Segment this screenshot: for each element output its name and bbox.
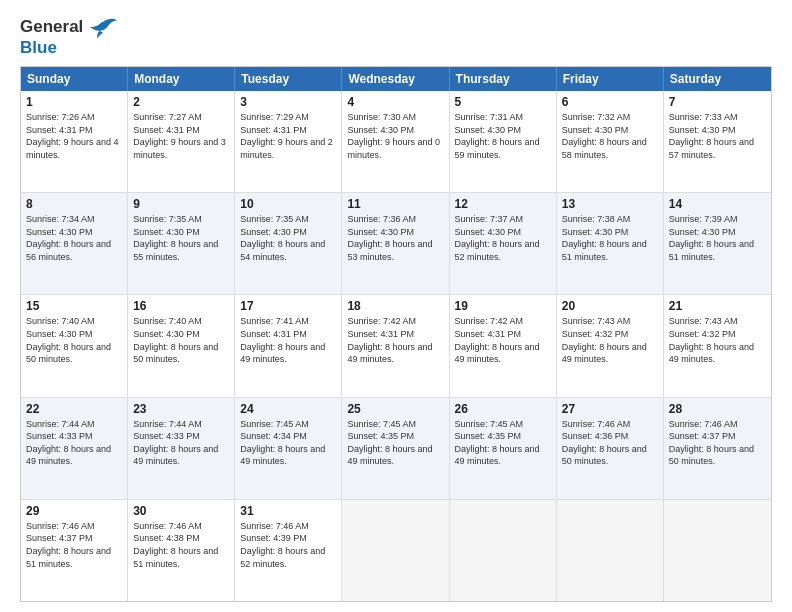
day-info: Sunrise: 7:42 AMSunset: 4:31 PMDaylight:… [455,315,551,365]
day-number: 14 [669,197,766,211]
day-info: Sunrise: 7:46 AMSunset: 4:37 PMDaylight:… [26,520,122,570]
day-number: 5 [455,95,551,109]
day-number: 18 [347,299,443,313]
day-number: 7 [669,95,766,109]
day-number: 9 [133,197,229,211]
day-number: 22 [26,402,122,416]
calendar-cell: 21Sunrise: 7:43 AMSunset: 4:32 PMDayligh… [664,295,771,396]
calendar-header-cell: Wednesday [342,67,449,91]
day-info: Sunrise: 7:46 AMSunset: 4:37 PMDaylight:… [669,418,766,468]
calendar-header-cell: Sunday [21,67,128,91]
calendar-cell: 24Sunrise: 7:45 AMSunset: 4:34 PMDayligh… [235,398,342,499]
day-info: Sunrise: 7:35 AMSunset: 4:30 PMDaylight:… [240,213,336,263]
day-info: Sunrise: 7:44 AMSunset: 4:33 PMDaylight:… [133,418,229,468]
day-number: 10 [240,197,336,211]
day-number: 30 [133,504,229,518]
calendar-cell: 9Sunrise: 7:35 AMSunset: 4:30 PMDaylight… [128,193,235,294]
day-info: Sunrise: 7:46 AMSunset: 4:38 PMDaylight:… [133,520,229,570]
calendar-cell: 20Sunrise: 7:43 AMSunset: 4:32 PMDayligh… [557,295,664,396]
page-header: General Blue [20,16,772,58]
calendar-header-cell: Friday [557,67,664,91]
day-info: Sunrise: 7:45 AMSunset: 4:34 PMDaylight:… [240,418,336,468]
calendar-cell: 8Sunrise: 7:34 AMSunset: 4:30 PMDaylight… [21,193,128,294]
day-info: Sunrise: 7:41 AMSunset: 4:31 PMDaylight:… [240,315,336,365]
calendar-cell: 19Sunrise: 7:42 AMSunset: 4:31 PMDayligh… [450,295,557,396]
calendar-header-cell: Saturday [664,67,771,91]
day-info: Sunrise: 7:34 AMSunset: 4:30 PMDaylight:… [26,213,122,263]
day-info: Sunrise: 7:42 AMSunset: 4:31 PMDaylight:… [347,315,443,365]
day-number: 16 [133,299,229,313]
calendar-cell: 15Sunrise: 7:40 AMSunset: 4:30 PMDayligh… [21,295,128,396]
day-info: Sunrise: 7:45 AMSunset: 4:35 PMDaylight:… [455,418,551,468]
calendar-cell: 12Sunrise: 7:37 AMSunset: 4:30 PMDayligh… [450,193,557,294]
day-info: Sunrise: 7:46 AMSunset: 4:39 PMDaylight:… [240,520,336,570]
day-info: Sunrise: 7:31 AMSunset: 4:30 PMDaylight:… [455,111,551,161]
calendar-row: 1Sunrise: 7:26 AMSunset: 4:31 PMDaylight… [21,91,771,193]
day-number: 27 [562,402,658,416]
day-number: 3 [240,95,336,109]
day-number: 11 [347,197,443,211]
calendar-cell: 1Sunrise: 7:26 AMSunset: 4:31 PMDaylight… [21,91,128,192]
day-info: Sunrise: 7:29 AMSunset: 4:31 PMDaylight:… [240,111,336,161]
calendar-cell: 7Sunrise: 7:33 AMSunset: 4:30 PMDaylight… [664,91,771,192]
day-number: 12 [455,197,551,211]
day-info: Sunrise: 7:35 AMSunset: 4:30 PMDaylight:… [133,213,229,263]
calendar-cell-empty [557,500,664,601]
calendar-cell: 4Sunrise: 7:30 AMSunset: 4:30 PMDaylight… [342,91,449,192]
calendar: SundayMondayTuesdayWednesdayThursdayFrid… [20,66,772,602]
day-info: Sunrise: 7:40 AMSunset: 4:30 PMDaylight:… [133,315,229,365]
calendar-row: 8Sunrise: 7:34 AMSunset: 4:30 PMDaylight… [21,193,771,295]
calendar-row: 29Sunrise: 7:46 AMSunset: 4:37 PMDayligh… [21,500,771,601]
calendar-cell: 5Sunrise: 7:31 AMSunset: 4:30 PMDaylight… [450,91,557,192]
calendar-cell-empty [664,500,771,601]
logo-bird-icon [90,16,118,40]
calendar-cell: 22Sunrise: 7:44 AMSunset: 4:33 PMDayligh… [21,398,128,499]
day-number: 26 [455,402,551,416]
calendar-cell: 26Sunrise: 7:45 AMSunset: 4:35 PMDayligh… [450,398,557,499]
calendar-body: 1Sunrise: 7:26 AMSunset: 4:31 PMDaylight… [21,91,771,601]
calendar-cell-empty [450,500,557,601]
day-info: Sunrise: 7:43 AMSunset: 4:32 PMDaylight:… [562,315,658,365]
day-info: Sunrise: 7:43 AMSunset: 4:32 PMDaylight:… [669,315,766,365]
day-info: Sunrise: 7:32 AMSunset: 4:30 PMDaylight:… [562,111,658,161]
calendar-cell: 14Sunrise: 7:39 AMSunset: 4:30 PMDayligh… [664,193,771,294]
day-info: Sunrise: 7:40 AMSunset: 4:30 PMDaylight:… [26,315,122,365]
day-number: 4 [347,95,443,109]
calendar-cell-empty [342,500,449,601]
day-info: Sunrise: 7:46 AMSunset: 4:36 PMDaylight:… [562,418,658,468]
calendar-cell: 11Sunrise: 7:36 AMSunset: 4:30 PMDayligh… [342,193,449,294]
calendar-header-cell: Thursday [450,67,557,91]
day-info: Sunrise: 7:39 AMSunset: 4:30 PMDaylight:… [669,213,766,263]
day-number: 24 [240,402,336,416]
calendar-cell: 28Sunrise: 7:46 AMSunset: 4:37 PMDayligh… [664,398,771,499]
day-number: 8 [26,197,122,211]
day-number: 21 [669,299,766,313]
day-info: Sunrise: 7:26 AMSunset: 4:31 PMDaylight:… [26,111,122,161]
day-number: 15 [26,299,122,313]
calendar-header-cell: Monday [128,67,235,91]
calendar-cell: 6Sunrise: 7:32 AMSunset: 4:30 PMDaylight… [557,91,664,192]
calendar-cell: 3Sunrise: 7:29 AMSunset: 4:31 PMDaylight… [235,91,342,192]
calendar-cell: 27Sunrise: 7:46 AMSunset: 4:36 PMDayligh… [557,398,664,499]
day-info: Sunrise: 7:27 AMSunset: 4:31 PMDaylight:… [133,111,229,161]
calendar-cell: 29Sunrise: 7:46 AMSunset: 4:37 PMDayligh… [21,500,128,601]
day-number: 17 [240,299,336,313]
calendar-cell: 17Sunrise: 7:41 AMSunset: 4:31 PMDayligh… [235,295,342,396]
day-info: Sunrise: 7:38 AMSunset: 4:30 PMDaylight:… [562,213,658,263]
calendar-cell: 13Sunrise: 7:38 AMSunset: 4:30 PMDayligh… [557,193,664,294]
day-number: 25 [347,402,443,416]
calendar-cell: 18Sunrise: 7:42 AMSunset: 4:31 PMDayligh… [342,295,449,396]
day-info: Sunrise: 7:33 AMSunset: 4:30 PMDaylight:… [669,111,766,161]
calendar-row: 22Sunrise: 7:44 AMSunset: 4:33 PMDayligh… [21,398,771,500]
day-info: Sunrise: 7:37 AMSunset: 4:30 PMDaylight:… [455,213,551,263]
calendar-cell: 10Sunrise: 7:35 AMSunset: 4:30 PMDayligh… [235,193,342,294]
day-number: 20 [562,299,658,313]
day-info: Sunrise: 7:44 AMSunset: 4:33 PMDaylight:… [26,418,122,468]
day-number: 1 [26,95,122,109]
day-info: Sunrise: 7:45 AMSunset: 4:35 PMDaylight:… [347,418,443,468]
day-info: Sunrise: 7:30 AMSunset: 4:30 PMDaylight:… [347,111,443,161]
day-number: 2 [133,95,229,109]
calendar-cell: 2Sunrise: 7:27 AMSunset: 4:31 PMDaylight… [128,91,235,192]
calendar-row: 15Sunrise: 7:40 AMSunset: 4:30 PMDayligh… [21,295,771,397]
calendar-cell: 16Sunrise: 7:40 AMSunset: 4:30 PMDayligh… [128,295,235,396]
